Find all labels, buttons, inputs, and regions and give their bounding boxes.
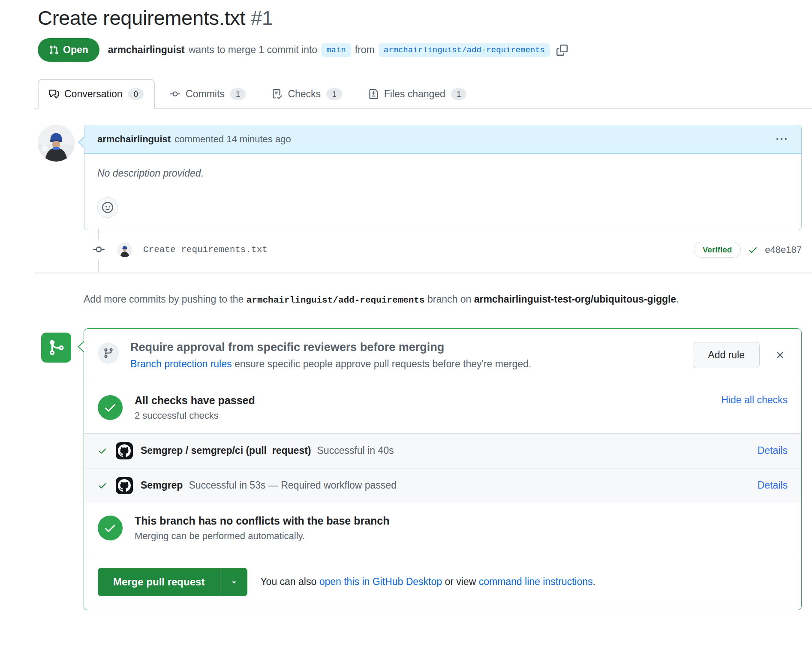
hide-all-checks-link[interactable]: Hide all checks <box>721 394 788 406</box>
base-branch-ref[interactable]: main <box>321 43 351 57</box>
tab-counter: 1 <box>230 88 246 100</box>
merge-alt-period: . <box>593 576 595 587</box>
branch-protection-rules-link[interactable]: Branch protection rules <box>130 358 232 369</box>
tab-label: Conversation <box>64 89 123 99</box>
git-branch-icon <box>103 348 114 359</box>
tab-files-changed[interactable]: Files changed 1 <box>358 79 478 109</box>
tab-counter: 1 <box>451 88 467 100</box>
check-status: Successful in 40s <box>317 445 394 456</box>
check-icon <box>103 521 117 535</box>
pr-state-badge: Open <box>38 38 99 62</box>
push-branch-code: armchairlinguist/add-requirements <box>247 295 425 305</box>
details-link[interactable]: Details <box>758 480 788 491</box>
comment-box: armchairlinguist commented 14 minutes ag… <box>84 125 802 230</box>
commit-message-link[interactable]: Create requirements.txt <box>143 245 268 255</box>
push-note-prefix: Add more commits by pushing to the <box>84 294 244 305</box>
merge-alternatives: You can also open this in GitHub Desktop… <box>260 576 595 588</box>
tab-label: Commits <box>186 89 225 99</box>
pr-title-text: Create requirements.txt <box>38 6 245 29</box>
tab-conversation[interactable]: Conversation 0 <box>38 79 155 109</box>
merge-alt-prefix: You can also <box>260 576 316 587</box>
pr-number: #1 <box>251 6 273 29</box>
head-branch-ref[interactable]: armchairlinguist/add-requirements <box>379 43 550 57</box>
page-title: Create requirements.txt #1 <box>38 6 802 30</box>
checks-summary-subtitle: 2 successful checks <box>135 410 255 421</box>
tab-label: Checks <box>288 89 321 99</box>
comment-author[interactable]: armchairlinguist <box>97 134 171 145</box>
add-rule-button[interactable]: Add rule <box>693 342 760 368</box>
mark-github-icon <box>118 479 131 492</box>
check-icon <box>98 446 107 456</box>
mark-github-icon <box>118 444 131 457</box>
push-note-middle: branch on <box>427 294 471 305</box>
comment-body-text: No description provided. <box>97 168 788 179</box>
file-diff-icon <box>369 89 379 99</box>
github-desktop-link[interactable]: open this in GitHub Desktop <box>319 576 442 587</box>
push-note: Add more commits by pushing to the armch… <box>84 291 787 309</box>
checks-summary-text: All checks have passed 2 successful chec… <box>135 394 255 421</box>
kebab-icon <box>776 134 787 144</box>
no-conflicts-title: This branch has no conflicts with the ba… <box>135 515 390 527</box>
user-avatar-image <box>117 243 132 257</box>
commit-marker <box>93 240 105 260</box>
user-avatar-image <box>38 125 75 162</box>
triangle-down-icon <box>230 578 238 586</box>
x-icon <box>774 349 786 361</box>
details-link[interactable]: Details <box>758 445 788 456</box>
tab-counter: 1 <box>326 88 342 100</box>
commit-row: Create requirements.txt Verified e48e187 <box>38 240 802 260</box>
merge-status-area: Require approval from specific reviewers… <box>38 328 802 610</box>
copy-icon <box>556 45 568 56</box>
comment-discussion-icon <box>49 89 59 99</box>
command-line-instructions-link[interactable]: command line instructions <box>479 576 593 587</box>
repo-name: armchairlinguist-test-org/ubiquitous-gig… <box>474 294 677 305</box>
branch-protection-section: Require approval from specific reviewers… <box>84 329 801 382</box>
tab-commits[interactable]: Commits 1 <box>159 79 257 109</box>
pull-request-page: Create requirements.txt #1 Open armchair… <box>0 0 812 610</box>
protection-description: ensure specific people approve pull requ… <box>235 358 531 369</box>
protection-title: Require approval from specific reviewers… <box>130 341 531 354</box>
no-conflicts-text: This branch has no conflicts with the ba… <box>135 515 390 542</box>
commit-meta: Verified e48e187 <box>694 242 802 258</box>
check-name: Semgrep <box>141 480 183 491</box>
no-conflicts-section: This branch has no conflicts with the ba… <box>84 503 801 554</box>
tab-checks[interactable]: Checks 1 <box>261 79 353 109</box>
github-actions-avatar <box>116 442 133 459</box>
merge-pull-request-button[interactable]: Merge pull request <box>98 568 220 596</box>
author-name[interactable]: armchairlinguist <box>108 44 185 56</box>
no-conflicts-subtitle: Merging can be performed automatically. <box>135 531 390 542</box>
no-conflicts-icon <box>98 516 123 540</box>
commit-sha-link[interactable]: e48e187 <box>765 244 802 255</box>
check-name: Semgrep / semgrep/ci (pull_request) <box>141 445 311 456</box>
protection-actions: Add rule <box>693 342 788 368</box>
commit-avatar[interactable] <box>117 243 132 257</box>
merge-action-section: Merge pull request You can also open thi… <box>84 554 801 610</box>
commit-timeline: Create requirements.txt Verified e48e187 <box>38 230 802 273</box>
check-icon <box>103 401 117 414</box>
comment-header: armchairlinguist commented 14 minutes ag… <box>84 125 801 154</box>
verified-badge[interactable]: Verified <box>694 242 741 258</box>
check-icon <box>748 245 758 255</box>
branch-protection-text: Require approval from specific reviewers… <box>130 341 531 370</box>
pr-byline: armchairlinguist wants to merge 1 commit… <box>108 43 568 57</box>
comment-body: No description provided. <box>84 154 801 230</box>
dismiss-button[interactable] <box>773 348 788 363</box>
git-branch-icon-badge <box>98 342 119 364</box>
check-row: Semgrep Successful in 53s — Required wor… <box>84 468 801 503</box>
add-reaction-button[interactable] <box>97 197 118 218</box>
copy-branch-button[interactable] <box>554 45 568 56</box>
byline-from: from <box>355 44 375 56</box>
push-note-suffix: . <box>676 294 679 305</box>
merge-options-caret-button[interactable] <box>220 568 247 596</box>
github-actions-avatar <box>116 477 133 494</box>
avatar[interactable] <box>38 125 75 162</box>
checklist-icon <box>272 89 282 99</box>
checks-summary-title: All checks have passed <box>135 394 255 407</box>
checks-summary-section: All checks have passed 2 successful chec… <box>84 382 801 433</box>
byline-text: wants to merge 1 commit into <box>189 44 317 56</box>
tab-counter: 0 <box>128 88 144 100</box>
kebab-menu-button[interactable] <box>775 132 788 146</box>
pr-header-meta: Open armchairlinguist wants to merge 1 c… <box>38 38 802 62</box>
pr-tabs: Conversation 0 Commits 1 Checks 1 Files … <box>34 79 812 109</box>
check-row: Semgrep / semgrep/ci (pull_request) Succ… <box>84 433 801 468</box>
